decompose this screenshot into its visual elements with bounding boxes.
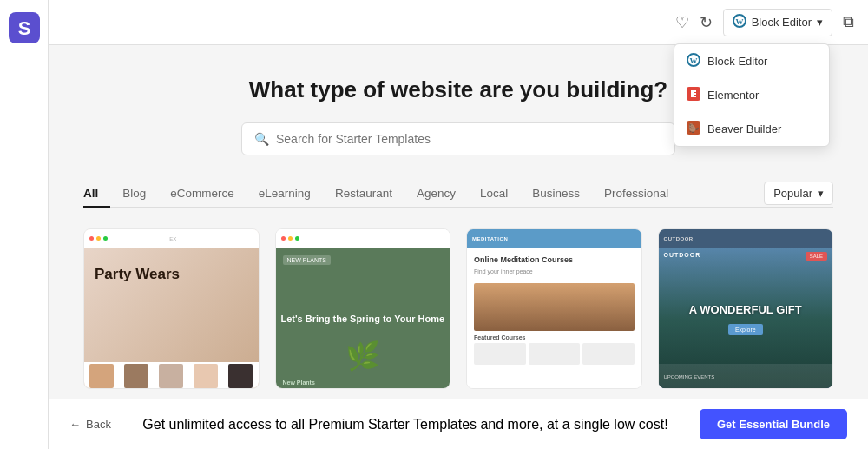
card-header: MEDITATION bbox=[467, 229, 641, 248]
bottom-bar: ← Back Get unlimited access to all Premi… bbox=[49, 399, 868, 449]
promo-text: Get unlimited access to all Premium Star… bbox=[142, 417, 667, 432]
outdoor-badge: SALE bbox=[806, 252, 827, 261]
dot-green bbox=[295, 236, 299, 241]
spring-new-label: NEW PLANTS bbox=[283, 255, 332, 265]
editor-dropdown-menu: W Block Editor Elementor 🦫 Beaver Builde… bbox=[674, 43, 830, 147]
dot-red bbox=[281, 236, 286, 241]
svg-rect-7 bbox=[691, 90, 694, 97]
dropdown-item-elementor[interactable]: Elementor bbox=[674, 78, 829, 112]
search-bar: 🔍 bbox=[241, 122, 675, 155]
back-label: Back bbox=[86, 418, 111, 431]
outdoor-footer-text: UPCOMING EVENTS bbox=[664, 374, 715, 380]
tab-all[interactable]: All bbox=[83, 180, 110, 207]
svg-rect-8 bbox=[694, 90, 696, 92]
sidebar: S bbox=[0, 0, 49, 449]
tab-restaurant[interactable]: Restaurant bbox=[323, 180, 404, 207]
outdoor-cta: Explore bbox=[728, 324, 763, 335]
outdoor-title: A WONDERFUL GIFT bbox=[689, 303, 802, 318]
featured-item-2 bbox=[529, 343, 581, 365]
meditation-image bbox=[474, 283, 635, 331]
tab-professional[interactable]: Professional bbox=[592, 180, 681, 207]
beaver-builder-icon: 🦫 bbox=[687, 121, 700, 137]
svg-rect-9 bbox=[694, 93, 696, 95]
card-header bbox=[276, 229, 450, 248]
tab-elearning[interactable]: eLearning bbox=[247, 180, 323, 207]
heart-icon[interactable]: ♡ bbox=[675, 13, 689, 32]
meditation-sub: Find your inner peace bbox=[474, 268, 635, 274]
meditation-title: Online Meditation Courses bbox=[474, 255, 635, 266]
template-card-spring[interactable]: NEW PLANTS Let's Bring the Spring to You… bbox=[275, 228, 451, 389]
svg-text:W: W bbox=[735, 17, 743, 26]
outdoor-label: OUTDOOR bbox=[664, 252, 701, 258]
search-input[interactable] bbox=[276, 132, 662, 146]
dot-yellow bbox=[96, 236, 101, 241]
featured-item-3 bbox=[582, 343, 635, 365]
tabs-bar: All Blog eCommerce eLearning Restaurant … bbox=[83, 180, 833, 208]
dot-red bbox=[89, 236, 94, 241]
dropdown-item-beaver-builder[interactable]: 🦫 Beaver Builder bbox=[674, 112, 829, 146]
dot-yellow bbox=[288, 236, 293, 241]
thumb-3 bbox=[159, 364, 183, 388]
dropdown-item-block-editor[interactable]: W Block Editor bbox=[674, 44, 829, 78]
svg-text:🦫: 🦫 bbox=[688, 122, 700, 134]
featured-courses-label: Featured Courses bbox=[474, 334, 635, 340]
external-link-icon[interactable]: ⧉ bbox=[843, 13, 854, 31]
refresh-icon[interactable]: ↻ bbox=[700, 13, 713, 32]
template-card-outdoor[interactable]: OUTDOOR OUTDOOR SALE A WONDERFUL GIFT Ex… bbox=[658, 228, 834, 389]
get-bundle-button[interactable]: Get Essential Bundle bbox=[700, 409, 847, 439]
block-editor-option-label: Block Editor bbox=[707, 55, 767, 68]
thumb-4 bbox=[194, 364, 218, 388]
sidebar-logo: S bbox=[9, 12, 40, 47]
chevron-down-icon: ▾ bbox=[817, 16, 823, 29]
elementor-option-label: Elementor bbox=[707, 89, 759, 102]
template-card-meditation[interactable]: MEDITATION Online Meditation Courses Fin… bbox=[466, 228, 642, 389]
tab-agency[interactable]: Agency bbox=[404, 180, 468, 207]
thumb-2 bbox=[124, 364, 148, 388]
wp-block-editor-icon: W bbox=[687, 53, 700, 69]
sort-label: Popular bbox=[773, 187, 812, 200]
search-icon: 🔍 bbox=[254, 132, 269, 146]
svg-rect-10 bbox=[694, 96, 696, 97]
card-footer bbox=[84, 362, 259, 389]
topbar: ♡ ↻ W Block Editor ▾ ⧉ W Block Editor El… bbox=[49, 0, 868, 45]
party-wears-title: Party Wears bbox=[95, 266, 180, 283]
template-grid: EX Party Wears bbox=[83, 228, 833, 389]
spring-title: Let's Bring the Spring to Your Home bbox=[280, 313, 444, 326]
spring-body: NEW PLANTS Let's Bring the Spring to You… bbox=[276, 248, 450, 389]
card-header: EX bbox=[84, 229, 259, 248]
outdoor-footer: UPCOMING EVENTS bbox=[659, 364, 833, 389]
sort-dropdown[interactable]: Popular ▾ bbox=[764, 182, 833, 205]
thumb-1 bbox=[89, 364, 114, 388]
outdoor-body: OUTDOOR SALE A WONDERFUL GIFT Explore UP… bbox=[659, 248, 833, 389]
tab-ecommerce[interactable]: eCommerce bbox=[158, 180, 247, 207]
tab-local[interactable]: Local bbox=[468, 180, 520, 207]
tab-blog[interactable]: Blog bbox=[110, 180, 158, 207]
wp-icon: W bbox=[733, 14, 746, 31]
block-editor-label: Block Editor bbox=[752, 16, 812, 29]
dot-green bbox=[103, 236, 108, 241]
back-button[interactable]: ← Back bbox=[69, 418, 111, 431]
template-card-party-wears[interactable]: EX Party Wears bbox=[83, 228, 260, 389]
tab-business[interactable]: Business bbox=[520, 180, 592, 207]
thumb-5 bbox=[228, 364, 253, 388]
elementor-icon bbox=[687, 87, 700, 103]
block-editor-dropdown-button[interactable]: W Block Editor ▾ bbox=[723, 9, 832, 36]
svg-text:S: S bbox=[17, 17, 30, 39]
featured-item-1 bbox=[474, 343, 526, 365]
sort-chevron-icon: ▾ bbox=[818, 187, 824, 200]
beaver-builder-option-label: Beaver Builder bbox=[707, 122, 781, 135]
meditation-body: Online Meditation Courses Find your inne… bbox=[467, 248, 641, 389]
svg-text:W: W bbox=[690, 56, 698, 65]
back-arrow-icon: ← bbox=[69, 418, 81, 431]
main-area: ♡ ↻ W Block Editor ▾ ⧉ W Block Editor El… bbox=[49, 0, 868, 449]
card-header: OUTDOOR bbox=[659, 229, 833, 248]
